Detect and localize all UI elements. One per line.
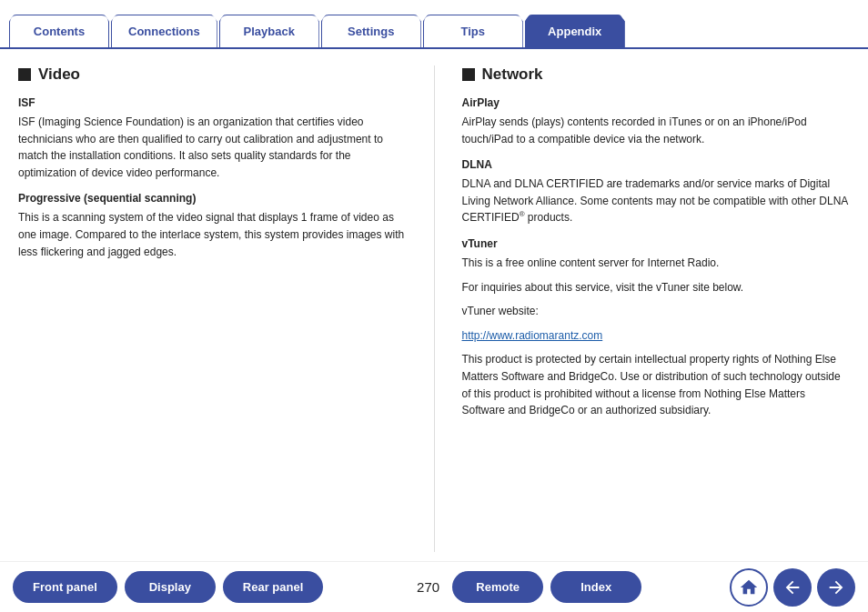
vtuner-line3: vTuner website: [462, 303, 851, 320]
isf-label: ISF [18, 96, 407, 109]
left-column: Video ISF ISF (Imaging Science Foundatio… [18, 65, 435, 552]
rear-panel-button[interactable]: Rear panel [223, 571, 323, 603]
airplay-label: AirPlay [462, 96, 851, 109]
progressive-label: Progressive (sequential scanning) [18, 192, 407, 205]
tab-tips[interactable]: Tips [423, 15, 523, 47]
page-number: 270 [417, 579, 439, 595]
dlna-label: DLNA [462, 158, 851, 171]
back-button[interactable] [773, 568, 812, 607]
tab-contents[interactable]: Contents [9, 15, 109, 47]
right-column: Network AirPlay AirPlay sends (plays) co… [435, 65, 851, 552]
isf-text: ISF (Imaging Science Foundation) is an o… [18, 114, 407, 181]
footer-right-icons [730, 568, 855, 607]
display-button[interactable]: Display [125, 571, 216, 603]
vtuner-intro: This is a free online content server for… [462, 255, 851, 272]
tab-appendix[interactable]: Appendix [525, 15, 625, 47]
vtuner-line2: For inquiries about this service, visit … [462, 279, 851, 296]
airplay-text: AirPlay sends (plays) contents recorded … [462, 114, 851, 147]
tab-connections[interactable]: Connections [111, 15, 217, 47]
vtuner-link[interactable]: http://www.radiomarantz.com [462, 327, 851, 345]
footer-center: 270 Remote Index [411, 571, 641, 603]
footer: Front panel Display Rear panel 270 Remot… [0, 561, 868, 612]
vtuner-disclaimer: This product is protected by certain int… [462, 351, 851, 418]
remote-button[interactable]: Remote [452, 571, 543, 603]
tab-settings[interactable]: Settings [321, 15, 421, 47]
footer-left-buttons: Front panel Display Rear panel [13, 571, 323, 603]
home-button[interactable] [730, 568, 768, 607]
content-area: Video ISF ISF (Imaging Science Foundatio… [0, 47, 868, 561]
tab-playback[interactable]: Playback [219, 15, 319, 47]
progressive-text: This is a scanning system of the video s… [18, 209, 407, 260]
network-title-icon [462, 68, 475, 81]
forward-button[interactable] [817, 568, 855, 607]
tabs-bar: Contents Connections Playback Settings T… [0, 0, 868, 47]
front-panel-button[interactable]: Front panel [13, 571, 117, 603]
video-title-icon [18, 68, 31, 81]
back-arrow-icon [782, 577, 802, 597]
home-icon [739, 577, 759, 597]
video-section-title: Video [18, 65, 407, 84]
dlna-text: DLNA and DLNA CERTIFIED are trademarks a… [462, 176, 851, 226]
vtuner-label: vTuner [462, 237, 851, 250]
index-button[interactable]: Index [550, 571, 641, 603]
forward-arrow-icon [826, 577, 846, 597]
network-section-title: Network [462, 65, 851, 84]
